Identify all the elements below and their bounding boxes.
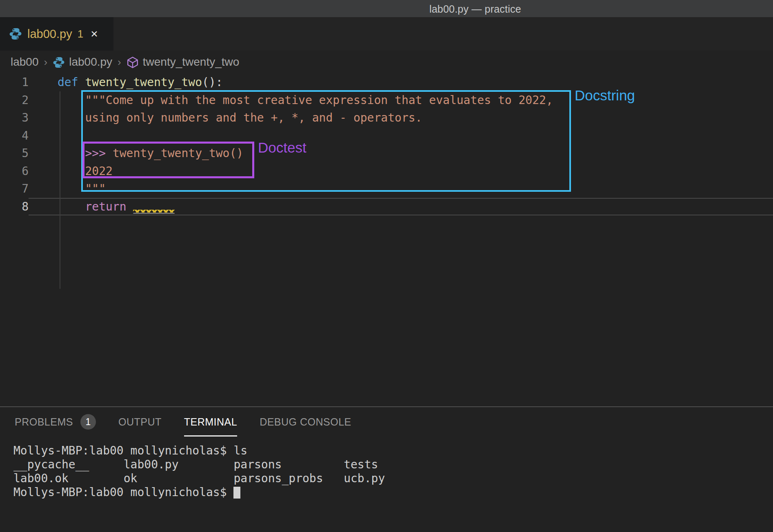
doctest-annotation-box [82,142,254,178]
terminal-line: Mollys-MBP:lab00 mollynicholas$ ls [13,444,773,458]
code-editor[interactable]: 1def twenty_twenty_two():2 """Come up wi… [0,73,773,407]
indent-guide [60,91,60,289]
terminal-cursor [233,487,240,499]
breadcrumb: lab00 › lab00.py › twenty_twenty_two [0,51,773,73]
window-title: lab00.py — practice [429,3,521,15]
python-icon [9,27,22,40]
line-number: 5 [0,144,29,162]
tab-problem-count: 1 [78,28,83,40]
editor-tab-strip: lab00.py 1 × [0,17,773,51]
chevron-right-icon: › [118,56,121,69]
breadcrumb-symbol[interactable]: twenty_twenty_two [143,55,240,69]
code-line-8[interactable]: 8 return ______ [0,198,773,216]
terminal-line: __pycache__ lab00.py parsons tests [13,458,773,472]
terminal-line: lab00.ok ok parsons_probs ucb.py [13,472,773,485]
panel-tab-label: PROBLEMS [15,416,73,428]
code-text: def twenty_twenty_two(): [29,73,773,91]
code-text: return ______ [29,198,773,216]
panel-tab-output[interactable]: OUTPUT [118,407,162,437]
panel-tab-label: OUTPUT [118,416,162,428]
terminal-line: Mollys-MBP:lab00 mollynicholas$ [13,485,773,499]
tab-close-icon[interactable]: × [91,28,98,40]
line-number: 6 [0,162,29,180]
symbol-method-icon [127,56,139,69]
panel-tab-bar: PROBLEMS1OUTPUTTERMINALDEBUG CONSOLE [0,407,773,437]
tab-lab00-py[interactable]: lab00.py 1 × [0,17,113,51]
line-number: 2 [0,91,29,109]
panel-tab-label: TERMINAL [184,416,237,428]
chevron-right-icon: › [44,56,48,69]
line-number: 4 [0,127,29,145]
doctest-annotation-label: Doctest [258,140,307,156]
bottom-panel: PROBLEMS1OUTPUTTERMINALDEBUG CONSOLE Mol… [0,407,773,532]
panel-tab-label: DEBUG CONSOLE [260,416,351,428]
breadcrumb-file[interactable]: lab00.py [69,55,112,69]
breadcrumb-folder[interactable]: lab00 [11,55,39,69]
problems-count-badge: 1 [80,414,96,430]
tab-filename: lab00.py [27,27,72,41]
panel-tab-terminal[interactable]: TERMINAL [184,407,237,437]
line-number: 1 [0,73,29,91]
line-number: 8 [0,198,29,216]
line-number: 3 [0,109,29,127]
line-number: 7 [0,180,29,198]
panel-tab-debug-console[interactable]: DEBUG CONSOLE [260,407,351,437]
panel-tab-problems[interactable]: PROBLEMS1 [15,407,96,437]
python-icon [53,56,65,69]
terminal-output[interactable]: Mollys-MBP:lab00 mollynicholas$ ls__pyca… [0,444,773,499]
docstring-annotation-label: Docstring [575,87,635,104]
code-line-1[interactable]: 1def twenty_twenty_two(): [0,73,773,91]
window-titlebar: lab00.py — practice [0,0,773,17]
